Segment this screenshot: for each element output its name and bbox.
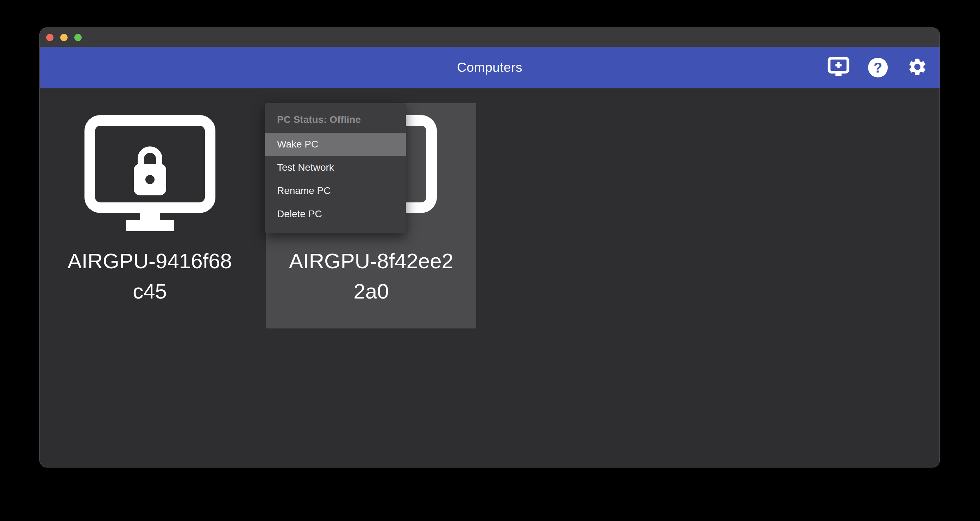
computer-name-line2: c45 xyxy=(68,276,232,307)
locked-monitor-icon xyxy=(84,115,215,231)
computer-grid: AIRGPU-9416f68 c45 AIRGPU-8f42ee2 2a0 xyxy=(40,88,940,467)
app-header: Computers ? xyxy=(40,47,940,88)
computer-tile-airgpu-9416f68c45[interactable]: AIRGPU-9416f68 c45 xyxy=(45,103,255,328)
menu-item-test-network[interactable]: Test Network xyxy=(265,156,406,179)
pc-context-menu: PC Status: Offline Wake PC Test Network … xyxy=(265,103,406,233)
header-actions: ? xyxy=(827,47,928,88)
menu-item-delete-pc[interactable]: Delete PC xyxy=(265,202,406,226)
minimize-button[interactable] xyxy=(60,34,68,41)
titlebar xyxy=(40,28,940,47)
menu-item-rename-pc[interactable]: Rename PC xyxy=(265,179,406,202)
add-pc-button[interactable] xyxy=(827,57,850,78)
close-button[interactable] xyxy=(46,34,54,41)
settings-button[interactable] xyxy=(907,57,928,78)
zoom-button[interactable] xyxy=(74,34,82,41)
computer-name: AIRGPU-9416f68 c45 xyxy=(68,246,232,307)
computer-name-line2: 2a0 xyxy=(289,276,453,307)
app-window: Computers ? xyxy=(40,27,940,467)
monitor-plus-icon xyxy=(827,57,850,78)
menu-item-wake-pc[interactable]: Wake PC xyxy=(265,133,406,156)
question-mark-icon: ? xyxy=(868,58,888,78)
pc-status-label: PC Status: Offline xyxy=(265,107,406,133)
gear-icon xyxy=(907,57,928,78)
computer-name: AIRGPU-8f42ee2 2a0 xyxy=(289,246,453,307)
page-title: Computers xyxy=(40,60,940,75)
help-button[interactable]: ? xyxy=(867,57,889,78)
computer-name-line1: AIRGPU-9416f68 xyxy=(68,246,232,276)
computer-name-line1: AIRGPU-8f42ee2 xyxy=(289,246,453,276)
